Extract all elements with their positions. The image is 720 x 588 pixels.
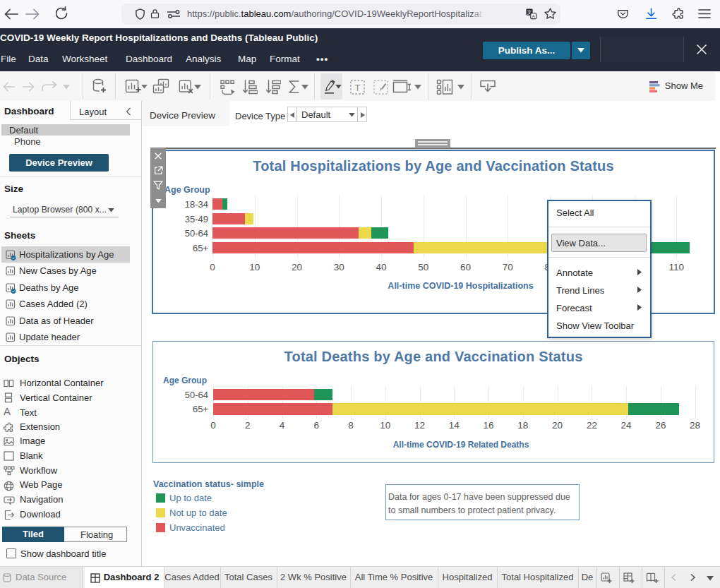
svg-text:A: A bbox=[532, 14, 535, 18]
svg-text:T: T bbox=[355, 83, 361, 93]
